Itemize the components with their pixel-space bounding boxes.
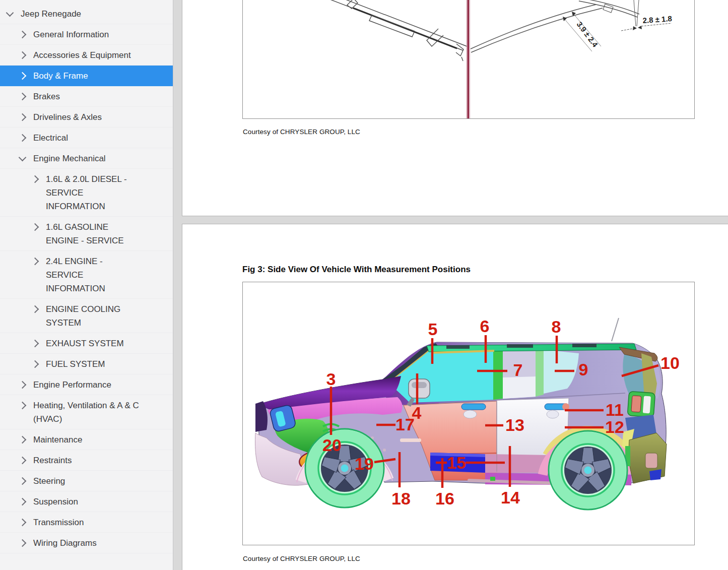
callout-number-9: 9 (579, 360, 588, 379)
dimension-label-2-8: 2.8 ± 1.8 (642, 14, 672, 25)
sidebar-item-label: Heating, Ventilation & A & C (HVAC) (33, 399, 154, 426)
callout-number-7: 7 (513, 360, 523, 379)
callout-number-16: 16 (435, 489, 454, 508)
sidebar-item-exhaust-system[interactable]: EXHAUST SYSTEM (0, 333, 173, 354)
sidebar-item-label: Wiring Diagrams (33, 536, 97, 550)
callout-number-8: 8 (552, 317, 561, 336)
sidebar-item-general-information[interactable]: General Information (0, 24, 173, 45)
chevron-right-icon[interactable] (19, 477, 27, 485)
document-page-2: Fig 3: Side View Of Vehicle With Measure… (182, 224, 728, 570)
chevron-right-icon[interactable] (19, 93, 27, 101)
sidebar-item-label: Drivelines & Axles (33, 110, 102, 124)
figure-3-frame: 34567891011121314151617181920 (242, 282, 695, 545)
sidebar-item-steering[interactable]: Steering (0, 471, 173, 491)
chevron-right-icon[interactable] (19, 402, 27, 410)
sidebar-item-label: Body & Frame (33, 69, 88, 83)
sidebar-item-label: Engine Mechanical (33, 152, 106, 165)
antenna (612, 318, 619, 341)
sidebar-item-1-6l-2-0l-diesel-service-information[interactable]: 1.6L & 2.0L DIESEL - SERVICE INFORMATION (0, 169, 173, 217)
callout-number-13: 13 (505, 415, 524, 434)
sidebar-item-restraints[interactable]: Restraints (0, 450, 173, 471)
chevron-right-icon[interactable] (31, 258, 39, 266)
figure-3-title: Fig 3: Side View Of Vehicle With Measure… (242, 265, 471, 275)
dimension-label-3-9: 3.9 ± 2.4 (575, 20, 600, 49)
callout-number-14: 14 (501, 488, 520, 507)
sidebar-item-body-frame[interactable]: Body & Frame (0, 66, 173, 86)
front-door-window (389, 348, 493, 403)
sidebar-item-label: Brakes (33, 90, 60, 103)
sidebar-item-label: Steering (33, 474, 65, 488)
chevron-right-icon[interactable] (19, 134, 27, 142)
sidebar-item-fuel-system[interactable]: FUEL SYSTEM (0, 354, 173, 374)
chevron-right-icon[interactable] (31, 340, 39, 348)
figure-3-vehicle-diagram: 34567891011121314151617181920 (243, 282, 694, 545)
sidebar-item-label: Transmission (33, 516, 84, 529)
sidebar-item-label: Engine Performance (33, 378, 111, 392)
sidebar-item-brakes[interactable]: Brakes (0, 86, 173, 107)
callout-number-18: 18 (391, 489, 411, 508)
chevron-right-icon[interactable] (19, 381, 27, 389)
chevron-right-icon[interactable] (19, 31, 27, 39)
sidebar-item-heating-ventilation-a-c-hvac[interactable]: Heating, Ventilation & A & C (HVAC) (0, 395, 173, 429)
sidebar-item-label: Accessories & Equipment (33, 48, 131, 62)
sidebar-item-wiring-diagrams[interactable]: Wiring Diagrams (0, 533, 173, 553)
sidebar-item-engine-mechanical[interactable]: Engine Mechanical (0, 148, 173, 169)
chevron-down-icon[interactable] (6, 9, 14, 17)
callout-number-6: 6 (480, 316, 490, 336)
sidebar-item-label: 1.6L & 2.0L DIESEL - SERVICE INFORMATION (46, 172, 141, 213)
sidebar-item-suspension[interactable]: Suspension (0, 491, 173, 512)
chevron-right-icon[interactable] (19, 436, 27, 444)
sidebar-item-label: General Information (33, 28, 109, 41)
callout-number-5: 5 (428, 320, 438, 339)
chevron-right-icon[interactable] (31, 360, 39, 368)
sidebar-item-label: Electrical (33, 131, 68, 145)
sidebar-item-2-4l-engine-service-information[interactable]: 2.4L ENGINE - SERVICE INFORMATION (0, 251, 173, 299)
sidebar-item-drivelines-axles[interactable]: Drivelines & Axles (0, 107, 173, 128)
sidebar-item-label: EXHAUST SYSTEM (46, 337, 124, 350)
figure-1-reference-line (468, 0, 470, 118)
callout-number-20: 20 (322, 435, 342, 455)
taillight (627, 391, 655, 417)
chevron-right-icon[interactable] (19, 498, 27, 506)
toc-tree: Jeep RenegadeGeneral InformationAccessor… (0, 4, 173, 553)
sidebar-item-jeep-renegade[interactable]: Jeep Renegade (0, 4, 173, 24)
sidebar-item-label: FUEL SYSTEM (46, 357, 105, 371)
sidebar-item-engine-cooling-system[interactable]: ENGINE COOLING SYSTEM (0, 299, 173, 333)
callout-number-3: 3 (326, 369, 336, 389)
sidebar-item-electrical[interactable]: Electrical (0, 128, 173, 148)
chevron-right-icon[interactable] (19, 51, 27, 59)
chevron-right-icon[interactable] (19, 457, 27, 465)
chevron-right-icon[interactable] (19, 539, 27, 547)
chevron-right-icon[interactable] (19, 72, 27, 80)
document-page-1: 2.8 ± 1.8 3.9 ± 2.4 Courtesy of CHRYSLER… (182, 0, 728, 216)
chevron-right-icon[interactable] (31, 175, 39, 183)
sidebar-item-accessories-equipment[interactable]: Accessories & Equipment (0, 45, 173, 66)
sidebar-item-1-6l-gasoline-engine-service[interactable]: 1.6L GASOLINE ENGINE - SERVICE (0, 217, 173, 251)
chevron-right-icon[interactable] (19, 113, 27, 121)
sidebar-item-maintenance[interactable]: Maintenance (0, 429, 173, 450)
sidebar-item-transmission[interactable]: Transmission (0, 512, 173, 533)
callout-number-17: 17 (395, 415, 415, 434)
sidebar-item-engine-performance[interactable]: Engine Performance (0, 374, 173, 395)
chevron-right-icon[interactable] (19, 519, 27, 527)
figure-1-frame: 2.8 ± 1.8 3.9 ± 2.4 (242, 0, 695, 119)
rear-wheel (549, 431, 627, 510)
callout-number-15: 15 (447, 453, 466, 472)
document-viewport[interactable]: 2.8 ± 1.8 3.9 ± 2.4 Courtesy of CHRYSLER… (174, 0, 728, 570)
sidebar-item-label: Maintenance (33, 433, 82, 447)
b-pillar (493, 349, 503, 400)
callout-number-19: 19 (355, 454, 374, 473)
sidebar-item-label: 2.4L ENGINE - SERVICE INFORMATION (46, 255, 141, 295)
sidebar-item-label: Suspension (33, 495, 78, 509)
figure-1-line-art: 2.8 ± 1.8 3.9 ± 2.4 (243, 0, 694, 118)
chevron-right-icon[interactable] (31, 305, 39, 313)
figure-3-caption: Courtesy of CHRYSLER GROUP, LLC (243, 555, 360, 562)
chevron-down-icon[interactable] (19, 154, 27, 162)
figure-1-caption: Courtesy of CHRYSLER GROUP, LLC (243, 128, 360, 136)
callout-number-12: 12 (605, 417, 624, 436)
sidebar-item-label: Restraints (33, 454, 72, 467)
chevron-right-icon[interactable] (31, 223, 39, 231)
sidebar-item-label: ENGINE COOLING SYSTEM (46, 302, 141, 330)
callout-number-10: 10 (660, 353, 680, 372)
sidebar-item-label: 1.6L GASOLINE ENGINE - SERVICE (46, 220, 141, 247)
